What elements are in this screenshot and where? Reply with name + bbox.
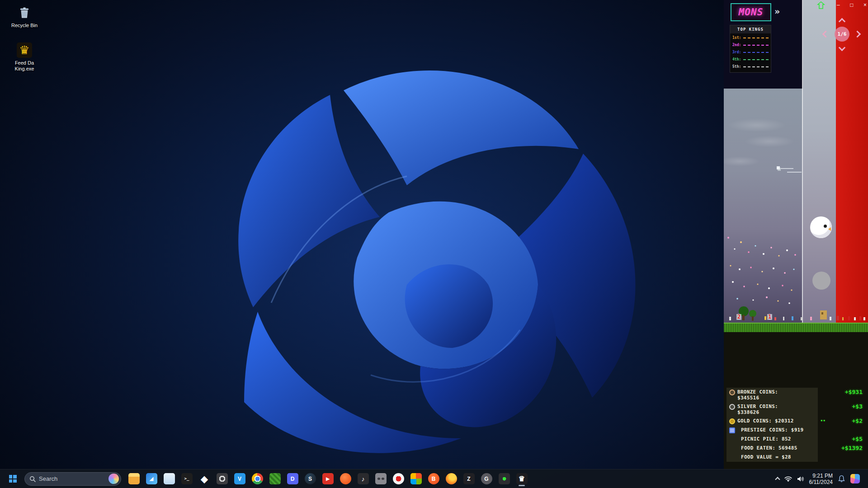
tray-date: 6/11/2024	[809, 479, 833, 485]
stat-left: GOLD COINS: $20312	[726, 417, 818, 426]
windows-logo-icon	[9, 475, 17, 483]
taskbar-app[interactable]: ◆	[196, 471, 212, 487]
taskbar-app-icon: ♛	[516, 473, 528, 484]
copilot-icon[interactable]	[108, 474, 119, 484]
coin-icon	[729, 404, 735, 410]
taskbar-app[interactable]: G	[478, 471, 495, 487]
stat-left: BRONZE COINS: $345516	[726, 388, 818, 402]
logo-expand-chevrons[interactable]: »	[774, 6, 780, 17]
close-button[interactable]: ×	[863, 1, 867, 9]
taskbar-app[interactable]: ♪	[355, 471, 371, 487]
taskbar-app-icon	[269, 473, 281, 484]
stat-row: FOOD VALUE = $28	[726, 453, 868, 462]
stat-left: FOOD VALUE = $28	[726, 453, 818, 462]
taskbar-app[interactable]: V	[231, 471, 248, 487]
taskbar-app[interactable]	[337, 471, 354, 487]
stat-mini-bars: ▪▪	[821, 418, 826, 422]
coin-icon	[729, 389, 735, 395]
taskbar-app[interactable]: Z	[461, 471, 477, 487]
leaderboard-rank: 5th:	[732, 65, 742, 69]
minimize-button[interactable]: –	[837, 1, 840, 9]
desktop-icon-feed-da-king[interactable]: ♛ Feed Da King.exe	[4, 42, 45, 72]
game-logo: MONS	[731, 3, 771, 21]
game-window: – □ × 1/6 MONS » TOP KINGS 1st:	[724, 0, 868, 469]
coin-icon	[729, 446, 735, 451]
taskbar-app[interactable]	[161, 471, 177, 487]
leaderboard-dash-line	[743, 59, 769, 60]
volume-icon[interactable]	[797, 476, 804, 482]
taskbar-app-icon: S	[305, 473, 316, 484]
taskbar-app[interactable]: S	[302, 471, 318, 487]
taskbar-app-icon: ▶	[322, 473, 334, 484]
stat-row: FOOD EATEN: 569485 +$1392	[726, 444, 868, 453]
cloud	[724, 156, 760, 166]
desktop-icon-label: Feed Da King.exe	[5, 60, 43, 72]
taskbar-app-icon	[410, 473, 422, 484]
taskbar-app[interactable]	[390, 471, 406, 487]
taskbar-app-icon	[252, 473, 263, 484]
taskbar-app[interactable]: ◢	[143, 471, 160, 487]
stat-delta: +$1392	[821, 445, 868, 451]
taskbar-app[interactable]	[126, 471, 142, 487]
notification-bell-icon[interactable]	[838, 475, 845, 483]
launch-arrow-icon[interactable]	[816, 1, 826, 10]
leaderboard-rank: 2nd:	[732, 43, 742, 47]
tray-app-icon[interactable]	[850, 474, 860, 483]
leaderboard-row: 2nd:	[730, 41, 771, 48]
stat-delta: +$931	[821, 389, 868, 395]
start-button[interactable]	[4, 471, 22, 487]
taskbar-app[interactable]: >_	[179, 471, 195, 487]
taskbar-app[interactable]	[408, 471, 424, 487]
taskbar-app-icon	[446, 473, 457, 484]
taskbar-app-icon	[340, 473, 351, 484]
recycle-bin-icon	[16, 5, 33, 21]
stat-left: SILVER COINS: $338626	[726, 402, 818, 417]
stat-value: $345516	[737, 395, 778, 401]
taskbar-app[interactable]	[249, 471, 265, 487]
leaderboard-panel: TOP KINGS 1st: 2nd: 3rd:	[730, 25, 771, 73]
taskbar-app-icon: Z	[463, 473, 475, 484]
king-character[interactable]	[810, 216, 832, 238]
stat-label: PRESTIGE COINS: $919	[741, 427, 803, 433]
stat-delta: +$2	[826, 418, 868, 424]
grass-strip	[724, 323, 868, 332]
character-eye	[824, 225, 827, 228]
system-tray: 9:21 PM 6/11/2024	[776, 473, 865, 485]
leaderboard-row: 1st:	[730, 33, 771, 41]
stat-delta: +$3	[821, 403, 868, 410]
taskbar-app[interactable]: ▶	[320, 471, 336, 487]
stat-row: PICNIC PILE: 852 +$5	[726, 435, 868, 444]
taskbar-app[interactable]	[496, 471, 512, 487]
gray-ball-sprite[interactable]	[812, 272, 830, 290]
cloud	[727, 118, 786, 132]
plane-sprite	[777, 166, 780, 169]
taskbar-app[interactable]	[443, 471, 459, 487]
stat-label: SILVER COINS:	[737, 404, 778, 409]
taskbar-app-icon: >_	[181, 473, 193, 484]
taskbar-app[interactable]	[214, 471, 230, 487]
wallpaper-bloom	[136, 32, 728, 474]
taskbar-app[interactable]: ♛	[514, 471, 530, 487]
taskbar-app-icon	[393, 473, 404, 484]
maximize-button[interactable]: □	[850, 1, 853, 9]
search-icon	[29, 476, 36, 482]
taskbar-app[interactable]	[267, 471, 283, 487]
stat-label: FOOD EATEN: 569485	[741, 445, 797, 451]
character-beak	[828, 227, 831, 231]
taskbar-app-icon: D	[287, 473, 298, 484]
stat-value: $338626	[737, 409, 778, 415]
desktop-icon-recycle-bin[interactable]: Recycle Bin	[4, 5, 45, 28]
wifi-icon[interactable]	[784, 476, 792, 482]
taskbar-app[interactable]: D	[284, 471, 301, 487]
leaderboard-rank: 1st:	[732, 36, 742, 40]
game-stats-panel: BRONZE COINS: $345516 +$931 SILVER COINS…	[726, 388, 868, 462]
taskbar-app[interactable]: B	[425, 471, 442, 487]
tray-clock[interactable]: 9:21 PM 6/11/2024	[809, 473, 833, 485]
hidden-icons-chevron[interactable]	[775, 477, 780, 482]
taskbar-app-icon: ◢	[146, 473, 157, 484]
search-input[interactable]: Search	[24, 472, 121, 486]
contrail	[780, 168, 793, 169]
desktop-screen: Recycle Bin ♛ Feed Da King.exe	[0, 0, 868, 488]
desktop-icons: Recycle Bin ♛ Feed Da King.exe	[4, 5, 45, 72]
taskbar-app[interactable]	[373, 471, 389, 487]
